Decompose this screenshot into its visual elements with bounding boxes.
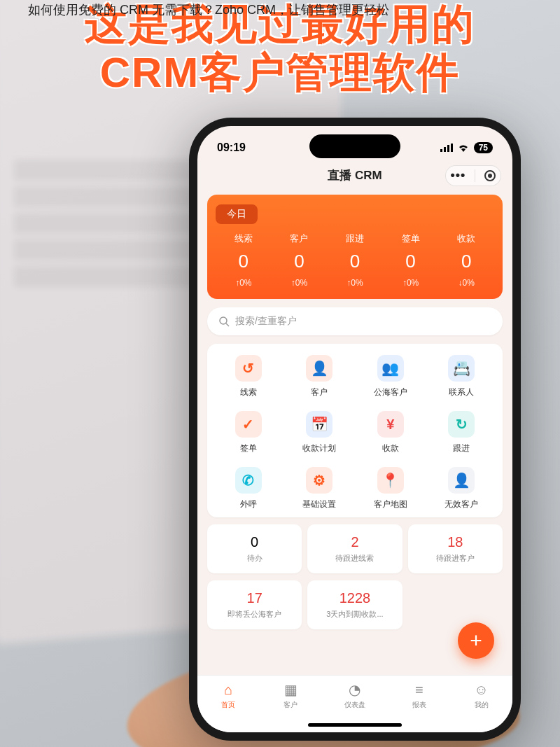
grid-item[interactable]: 👥 公海客户: [355, 355, 426, 398]
feature-icon: ✆: [235, 467, 262, 494]
search-input[interactable]: 搜索/查重客户: [207, 307, 503, 335]
nav-icon: ◔: [346, 681, 363, 698]
app-title: 直播 CRM: [328, 167, 382, 183]
stat-value: 0: [327, 251, 383, 272]
grid-item[interactable]: ✓ 签单: [213, 411, 284, 454]
feature-label: 外呼: [240, 498, 257, 510]
grid-item[interactable]: 👤 无效客户: [426, 467, 498, 510]
wifi-icon: [457, 144, 470, 152]
feature-label: 客户地图: [374, 498, 407, 510]
stat-delta: ↑0%: [216, 278, 272, 288]
today-tab[interactable]: 今日: [216, 204, 258, 224]
stat-value: 0: [216, 251, 272, 272]
feature-icon: ✓: [235, 411, 262, 438]
nav-item[interactable]: ▦ 客户: [282, 681, 299, 732]
stat-value: 0: [383, 251, 439, 272]
svg-point-4: [220, 317, 227, 324]
feature-icon: 👤: [448, 467, 475, 494]
stat-delta: ↑0%: [272, 278, 328, 288]
counter-card[interactable]: 0 待办: [207, 524, 302, 573]
nav-label: 我的: [475, 700, 489, 710]
feature-grid: ↺ 线索 👤 客户 👥 公海客户 📇 联系人 ✓ 签单 📅 收款计划 ¥ 收款 …: [207, 344, 503, 517]
counter-row-1: 0 待办 2 待跟进线索 18 待跟进客户: [207, 524, 503, 573]
counter-card[interactable]: 1228 3天内到期收款...: [307, 580, 402, 629]
counter-label: 3天内到期收款...: [312, 609, 398, 620]
counter-label: 待跟进客户: [412, 553, 498, 564]
feature-icon: ↺: [235, 355, 262, 382]
feature-label: 联系人: [449, 386, 474, 398]
feature-label: 签单: [240, 442, 257, 454]
counter-label: 待跟进线索: [312, 553, 398, 564]
nav-icon: ▦: [282, 681, 299, 698]
grid-item[interactable]: 📍 客户地图: [355, 467, 426, 510]
svg-rect-1: [444, 147, 446, 152]
nav-label: 仪表盘: [344, 700, 365, 710]
feature-icon: 👤: [306, 355, 332, 382]
search-placeholder: 搜索/查重客户: [235, 315, 297, 328]
feature-label: 跟进: [453, 442, 470, 454]
feature-icon: ¥: [377, 411, 404, 438]
svg-rect-0: [440, 149, 442, 152]
feature-icon: ⚙: [306, 467, 332, 494]
dynamic-island: [309, 134, 400, 158]
grid-item[interactable]: 📅 收款计划: [284, 411, 356, 454]
miniprogram-capsule[interactable]: •••: [445, 165, 501, 186]
feature-label: 无效客户: [444, 498, 478, 510]
feature-label: 公海客户: [374, 386, 407, 398]
stat-label: 客户: [272, 232, 328, 245]
nav-label: 报表: [412, 700, 426, 710]
stat-column[interactable]: 签单 0 ↑0%: [383, 232, 439, 288]
app-header: 直播 CRM •••: [197, 160, 512, 190]
stat-delta: ↑0%: [383, 278, 439, 288]
battery-indicator: 75: [474, 142, 493, 153]
counter-value: 17: [211, 590, 298, 606]
headline-line2: CRM客户管理软件: [0, 48, 560, 97]
stat-value: 0: [438, 251, 494, 272]
nav-label: 客户: [284, 700, 298, 710]
status-time: 09:19: [217, 141, 246, 154]
counter-card[interactable]: 18 待跟进客户: [408, 524, 503, 573]
feature-label: 客户: [311, 386, 328, 398]
stat-label: 签单: [383, 232, 439, 245]
feature-icon: ↻: [448, 411, 475, 438]
search-icon: [218, 316, 230, 327]
stat-column[interactable]: 跟进 0 ↑0%: [327, 232, 383, 288]
stat-column[interactable]: 客户 0 ↑0%: [272, 232, 328, 288]
grid-item[interactable]: ↻ 跟进: [426, 411, 498, 454]
signal-icon: [440, 144, 453, 152]
close-icon[interactable]: [484, 170, 496, 181]
stat-column[interactable]: 线索 0 ↑0%: [216, 232, 272, 288]
svg-rect-3: [451, 144, 453, 152]
stat-delta: ↑0%: [327, 278, 383, 288]
stat-column[interactable]: 收款 0 ↓0%: [438, 232, 494, 288]
grid-item[interactable]: ✆ 外呼: [213, 467, 284, 510]
nav-item[interactable]: ⌂ 首页: [220, 681, 237, 732]
counter-value: 1228: [312, 590, 398, 606]
stat-label: 跟进: [327, 232, 383, 245]
grid-item[interactable]: ¥ 收款: [355, 411, 426, 454]
nav-item[interactable]: ≡ 报表: [411, 681, 428, 732]
grid-item[interactable]: ⚙ 基础设置: [284, 467, 356, 510]
nav-icon: ⌂: [220, 681, 237, 698]
counter-label: 待办: [211, 553, 298, 564]
feature-label: 收款计划: [302, 442, 336, 454]
stat-delta: ↓0%: [438, 278, 494, 288]
counter-card[interactable]: 2 待跟进线索: [307, 524, 402, 573]
stat-label: 线索: [216, 232, 272, 245]
feature-icon: 📍: [377, 467, 404, 494]
phone-screen: 09:19 75 直播 CRM ••• 今日 线索 0 ↑0% 客户 0 ↑0%…: [197, 126, 512, 732]
feature-label: 收款: [382, 442, 399, 454]
nav-item[interactable]: ☺ 我的: [473, 681, 490, 732]
counter-value: 0: [211, 534, 298, 550]
grid-item[interactable]: ↺ 线索: [213, 355, 284, 398]
nav-label: 首页: [221, 700, 235, 710]
counter-card[interactable]: 17 即将丢公海客户: [207, 580, 302, 629]
stat-value: 0: [272, 251, 328, 272]
nav-icon: ☺: [473, 681, 490, 698]
more-icon[interactable]: •••: [451, 173, 466, 178]
home-indicator: [308, 723, 402, 727]
add-fab-button[interactable]: +: [458, 622, 494, 659]
grid-item[interactable]: 📇 联系人: [426, 355, 498, 398]
grid-item[interactable]: 👤 客户: [284, 355, 356, 398]
nav-icon: ≡: [411, 681, 428, 698]
